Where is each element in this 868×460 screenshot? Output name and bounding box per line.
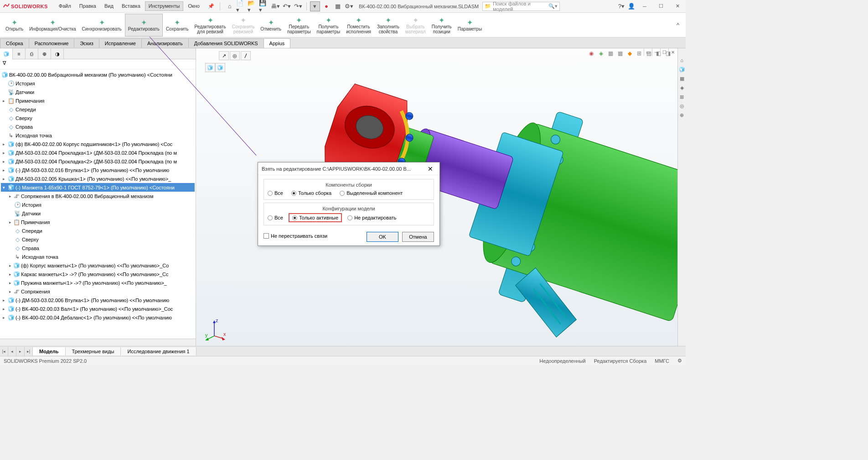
tree-sub-item[interactable]: ▸🧊Пружина манжеты<1> ->? (По умолчанию) … (1, 278, 195, 287)
tree-tab-display-icon[interactable]: ◑ (51, 48, 64, 59)
rib-cancel[interactable]: ✦Отменить (258, 14, 284, 37)
tree-item[interactable]: ▸🧊ДМ-503-03.02.004 Прокладка<2> (ДМ-503-… (1, 157, 195, 166)
tree-tab-feature-icon[interactable]: 🧊 (0, 48, 13, 59)
nav-next-icon[interactable]: ▸ (16, 347, 25, 356)
maximize-button[interactable]: ☐ (653, 0, 669, 12)
tree-plane-right[interactable]: ◇Справа (1, 122, 195, 131)
tree-sub-plane[interactable]: ◇Справа (1, 244, 195, 252)
menu-edit[interactable]: Правка (76, 1, 100, 11)
taskpane-icon[interactable]: ◎ (679, 103, 685, 110)
rib-params[interactable]: ✦Параметры (455, 14, 485, 37)
rib-open[interactable]: ✦Открыть (3, 14, 26, 37)
rib-get-params[interactable]: ✦Получить параметры (314, 14, 343, 37)
menu-pin-icon[interactable]: 📌 (204, 1, 218, 11)
tree-item[interactable]: ▸🧊(-) ДМ-503-03.02.006 Втулка<1> (По умо… (1, 296, 195, 304)
rib-edit-rev[interactable]: ✦Редактировать для ревизий (192, 14, 229, 37)
user-icon[interactable]: 👤 (626, 1, 636, 11)
tab-layout[interactable]: Расположение (29, 38, 75, 48)
options-icon[interactable]: ⚙▾ (344, 1, 354, 11)
tree-sensors[interactable]: 📡Датчики (1, 88, 195, 96)
dialog-close-icon[interactable]: ✕ (425, 165, 436, 172)
tree-tab-dim-icon[interactable]: ⊕ (38, 48, 51, 59)
status-gear-icon[interactable]: ⚙ (677, 358, 682, 364)
tree-sub-history[interactable]: 🕑История (1, 200, 195, 209)
expand-icon[interactable]: ▸ (1, 99, 6, 103)
radio-cfg-none[interactable]: Не редактировать (347, 215, 396, 220)
tree-sub-plane[interactable]: ◇Спереди (1, 226, 195, 235)
tab-analyze[interactable]: Анализировать (141, 38, 189, 48)
menu-file[interactable]: Файл (55, 1, 75, 11)
tree-notes[interactable]: ▸📋Примечания (1, 96, 195, 105)
taskpane-icon[interactable]: ▦ (679, 76, 685, 82)
expand-icon[interactable]: ▸ (7, 263, 13, 268)
expand-icon[interactable]: ▸ (1, 315, 6, 320)
tree-plane-front[interactable]: ◇Спереди (1, 105, 195, 114)
rib-editmode[interactable]: ✦Редактировать (125, 14, 163, 37)
expand-icon[interactable]: ▸ (1, 151, 6, 155)
tab-assembly[interactable]: Сборка (0, 38, 29, 48)
expand-icon[interactable]: ▸ (1, 159, 6, 164)
tree-item[interactable]: ▸🧊(-) ВК-400-02.00.04 Дебаланс<1> (По ум… (1, 313, 195, 322)
taskpane-icon[interactable]: ⊞ (679, 94, 685, 100)
tab-addins[interactable]: Добавления SOLIDWORKS (188, 38, 264, 48)
expand-icon[interactable]: ▸ (7, 281, 13, 285)
tree-origin[interactable]: ↳Исходная точка (1, 131, 195, 140)
bottom-tab-motion[interactable]: Исследование движения 1 (121, 347, 196, 355)
tree-sub-sensors[interactable]: 📡Датчики (1, 209, 195, 218)
tab-appius[interactable]: Appius (264, 38, 291, 48)
rib-send-params[interactable]: ✦Передать параметры (284, 14, 314, 37)
taskpane-icon[interactable]: 🧊 (679, 67, 685, 73)
expand-icon[interactable]: ▸ (7, 220, 13, 225)
tree-sub-item[interactable]: ▸🧊(ф) Корпус манжеты<1> (По умолчанию) <… (1, 261, 195, 270)
home-icon[interactable]: ⌂ (225, 1, 235, 11)
tree-item[interactable]: ▸🧊(-) ДМ-503-03.02.016 Втулка<1> (По умо… (1, 166, 195, 174)
tree-sub-notes[interactable]: ▸📋Примечания (1, 218, 195, 226)
tree-item[interactable]: ▸🧊ДМ-503-03.02.004 Прокладка<1> (ДМ-503-… (1, 148, 195, 157)
new-icon[interactable]: 📄▾ (236, 1, 246, 11)
open-icon[interactable]: 📂▾ (248, 1, 258, 11)
rib-sync[interactable]: ✦Синхронизировать (79, 14, 124, 37)
bottom-tab-3dviews[interactable]: Трехмерные виды (66, 347, 121, 355)
help-icon[interactable]: ?▾ (616, 1, 626, 11)
menu-window[interactable]: Окно (184, 1, 203, 11)
radio-cfg-all[interactable]: Все (268, 215, 283, 220)
tree-tab-property-icon[interactable]: ≡ (13, 48, 26, 59)
print-icon[interactable]: 🖶▾ (270, 1, 280, 11)
expand-icon[interactable]: ▸ (7, 289, 13, 294)
expand-icon[interactable]: ▸ (1, 142, 6, 146)
close-button[interactable]: ✕ (669, 0, 686, 12)
ribbon-collapse-icon[interactable]: ^ (673, 20, 683, 30)
tree-item[interactable]: ▸🧊(ф) ВК-400-02.02.00 Корпус подшипников… (1, 140, 195, 148)
taskpane-icon[interactable]: ◈ (679, 85, 685, 91)
rib-fill-props[interactable]: ✦Заполнить свойства (374, 14, 402, 37)
tree-tab-config-icon[interactable]: ⎙ (26, 48, 38, 59)
expand-icon[interactable]: ▸ (1, 307, 6, 311)
feature-tree[interactable]: 🧊ВК-400-02.00.00 Вибрационный механизм (… (0, 69, 196, 339)
tab-sketch[interactable]: Эскиз (74, 38, 99, 48)
bottom-tab-model[interactable]: Модель (33, 347, 66, 355)
tree-root[interactable]: 🧊ВК-400-02.00.00 Вибрационный механизм (… (1, 70, 195, 79)
taskpane-icon[interactable]: ⌂ (679, 58, 685, 64)
tree-item-selected[interactable]: ▾🧊(-) Манжета 1-65х90-1 ГОСТ 8752-79<1> … (1, 183, 195, 192)
tree-history[interactable]: 🕑История (1, 79, 195, 88)
redo-icon[interactable]: ↷▾ (293, 1, 303, 11)
collapse-icon[interactable]: ▾ (1, 185, 6, 190)
cancel-button[interactable]: Отмена (402, 232, 434, 242)
tree-sub-mates-in[interactable]: ▸🖇Сопряжения в ВК-400-02.00.00 Вибрацион… (1, 192, 195, 200)
checkbox-no-rebuild[interactable]: Не перестраивать связи (264, 233, 327, 239)
tree-item[interactable]: ▸🧊ДМ-503-03.02.005 Крышка<1> (По умолчан… (1, 174, 195, 183)
save-icon[interactable]: 💾▾ (259, 1, 269, 11)
menu-view[interactable]: Вид (101, 1, 117, 11)
radio-assembly-only[interactable]: Только сборка (291, 190, 331, 196)
radio-all[interactable]: Все (268, 190, 283, 196)
tree-sub-origin[interactable]: ↳Исходная точка (1, 252, 195, 261)
tab-fix[interactable]: Исправление (99, 38, 142, 48)
rec-icon[interactable]: ● (321, 1, 331, 11)
nav-last-icon[interactable]: ▸| (25, 347, 33, 356)
expand-icon[interactable]: ▸ (7, 194, 13, 199)
expand-icon[interactable]: ▸ (7, 272, 13, 277)
tree-sub-mates[interactable]: ▸🖇Сопряжения (1, 287, 195, 296)
rebuild-icon[interactable]: ▦ (333, 1, 343, 11)
dialog-titlebar[interactable]: Взять на редактирование C:\APPIUSWORK\ВК… (258, 162, 439, 175)
search-input[interactable]: 📁 Поиск файлов и моделей 🔍▾ (482, 2, 560, 11)
